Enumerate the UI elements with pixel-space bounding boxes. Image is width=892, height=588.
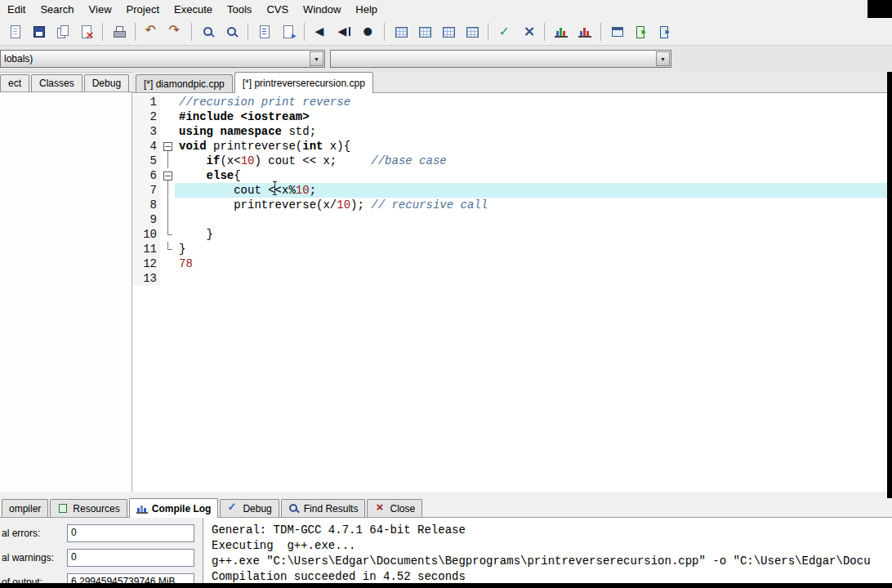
syntax-check-icon — [498, 25, 511, 38]
fold-gutter — [160, 168, 175, 183]
fold-line-end — [167, 249, 172, 250]
goto-bookmarks-icon — [442, 25, 455, 38]
editor-tab-printreverserecursion-cpp[interactable]: [*] printreverserecursion.cpp — [234, 72, 373, 93]
tab-close[interactable]: Close — [367, 499, 422, 517]
globals-scope-combo[interactable]: lobals) ▼ — [0, 50, 325, 68]
replace-button[interactable] — [253, 20, 275, 42]
close-project-button[interactable] — [653, 20, 676, 42]
compile-button[interactable] — [310, 20, 332, 42]
compile-and-run-button[interactable] — [357, 20, 379, 42]
menu-item-help[interactable]: Help — [348, 1, 385, 18]
project-browser: ectClassesDebug — [0, 72, 132, 492]
redo-button[interactable] — [164, 20, 186, 42]
members-combo[interactable]: ▼ — [330, 50, 671, 68]
abort-compilation-button[interactable] — [517, 20, 539, 42]
insert-button[interactable] — [390, 20, 412, 42]
run-button[interactable] — [333, 20, 355, 42]
code-line: 13 — [132, 271, 887, 286]
code-text[interactable]: if(x<10) cout << x; //base case — [175, 154, 887, 168]
code-line: 3using namespace std; — [132, 124, 887, 139]
line-number: 6 — [132, 168, 160, 183]
syntax-check-button[interactable] — [493, 20, 515, 42]
tab-compile-log[interactable]: Compile Log — [129, 498, 219, 518]
new-file-button[interactable] — [4, 20, 26, 42]
code-text[interactable]: void printreverse(int x){ — [175, 139, 887, 154]
tab-ompiler[interactable]: ompiler — [2, 499, 48, 517]
line-number: 7 — [132, 183, 160, 198]
menu-item-edit[interactable]: Edit — [0, 1, 33, 18]
delete-profiling-button[interactable] — [573, 20, 595, 42]
new-project-button[interactable] — [606, 20, 628, 42]
toolbar-separator — [544, 23, 545, 41]
toolbar-separator — [600, 23, 601, 41]
close-file-button[interactable] — [75, 20, 97, 42]
code-text[interactable]: } — [175, 227, 887, 242]
fold-collapse-icon[interactable] — [163, 172, 172, 180]
code-editor[interactable]: 1//recursion print reverse2#include <ios… — [132, 93, 887, 492]
stat-value-field[interactable]: 6.29945945739746 MiB — [67, 573, 194, 583]
toolbar-separator — [384, 23, 385, 41]
sidebar-tab-ect[interactable]: ect — [0, 74, 29, 91]
line-number: 11 — [132, 242, 160, 256]
add-watch-icon — [466, 25, 479, 38]
menu-item-tools[interactable]: Tools — [220, 1, 259, 18]
code-text[interactable]: 78 — [175, 256, 887, 271]
stat-value-field[interactable]: 0 — [67, 549, 194, 567]
menu-item-project[interactable]: Project — [119, 1, 167, 18]
chevron-down-icon[interactable]: ▼ — [310, 51, 323, 66]
code-text[interactable]: } — [175, 242, 887, 256]
toolbar-separator — [488, 23, 488, 41]
tab-resources[interactable]: Resources — [50, 499, 127, 517]
find-in-files-button[interactable] — [221, 20, 243, 42]
code-text[interactable]: cout <<x%10; — [175, 183, 887, 198]
chevron-down-icon[interactable]: ▼ — [656, 51, 670, 66]
menu-item-search[interactable]: Search — [33, 1, 81, 18]
save-button[interactable] — [28, 20, 50, 42]
menu-item-cvs[interactable]: CVS — [259, 1, 296, 18]
code-text[interactable] — [175, 271, 887, 286]
profile-analysis-button[interactable] — [550, 20, 572, 42]
sidebar-tab-classes[interactable]: Classes — [31, 74, 83, 91]
code-text[interactable]: using namespace std; — [175, 124, 887, 139]
tab-find-results[interactable]: Find Results — [281, 499, 366, 517]
resources-icon — [57, 503, 69, 514]
open-project-button[interactable] — [630, 20, 652, 42]
toolbar-separator — [248, 23, 248, 41]
code-text[interactable] — [175, 212, 887, 227]
text-cursor — [272, 181, 278, 195]
undo-button[interactable] — [140, 20, 163, 42]
add-watch-button[interactable] — [461, 20, 483, 42]
compile-icon — [314, 25, 328, 38]
code-text[interactable]: #include <iostream> — [175, 109, 887, 124]
bottom-content: al errors:0al warnings:0of output:6.2994… — [0, 518, 892, 583]
letterbox-bottom — [0, 583, 892, 588]
find-in-files-icon — [225, 25, 239, 38]
profile-chart-icon — [555, 25, 568, 38]
abort-icon — [522, 25, 535, 38]
code-text[interactable]: //recursion print reverse — [175, 95, 887, 109]
tab-debug[interactable]: Debug — [220, 499, 279, 517]
stat-value-field[interactable]: 0 — [67, 524, 194, 542]
goto-bookmarks-button[interactable] — [437, 20, 459, 42]
menu-item-window[interactable]: Window — [296, 1, 348, 18]
code-text[interactable]: printreverse(x/10); // recursive call — [175, 198, 887, 212]
menu-item-execute[interactable]: Execute — [167, 1, 220, 18]
fold-gutter — [160, 198, 175, 212]
goto-line-button[interactable] — [277, 20, 299, 42]
open-button[interactable] — [51, 20, 74, 42]
find-button[interactable] — [197, 20, 219, 42]
undo-icon — [145, 25, 158, 38]
fold-collapse-icon[interactable] — [163, 142, 172, 151]
editor-tab-diamondpic-cpp[interactable]: [*] diamondpic.cpp — [136, 74, 233, 92]
toggle-bookmarks-button[interactable] — [413, 20, 435, 42]
sidebar-tab-debug[interactable]: Debug — [84, 74, 129, 91]
code-line: 6 else{ — [132, 168, 887, 183]
print-button[interactable] — [108, 20, 130, 42]
compile-log-output[interactable]: General: TDM-GCC 4.7.1 64-bit ReleaseExe… — [203, 518, 892, 583]
debug-check-icon — [227, 503, 239, 514]
menu-item-view[interactable]: View — [82, 1, 119, 18]
open-project-icon — [635, 25, 648, 38]
fold-gutter — [160, 139, 175, 154]
compile-run-icon — [362, 25, 375, 38]
code-text[interactable]: else{ — [175, 168, 887, 183]
